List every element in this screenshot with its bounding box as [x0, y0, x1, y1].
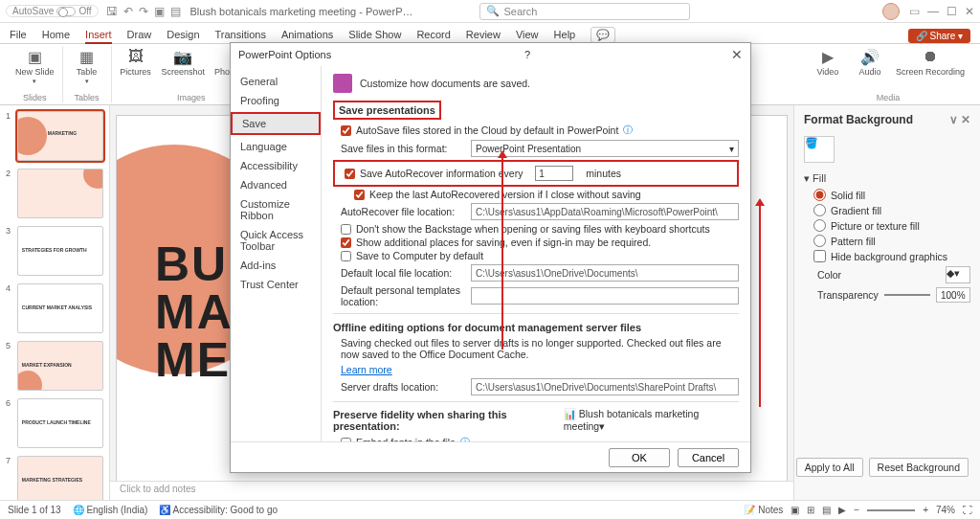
templates-location-input[interactable] — [471, 287, 739, 305]
view-normal-icon[interactable]: ▣ — [791, 505, 799, 515]
save-computer-checkbox[interactable]: Save to Computer by default — [341, 250, 739, 261]
zoom-in-icon[interactable]: + — [923, 505, 928, 515]
screen-recording-button[interactable]: ⏺Screen Recording — [896, 46, 965, 77]
cat-trust[interactable]: Trust Center — [231, 275, 321, 294]
thumbnail[interactable]: 6PRODUCT LAUNCH TIMELINE — [6, 398, 103, 448]
thumbnail[interactable]: 2 — [6, 169, 103, 218]
undo-icon[interactable]: ↶ — [123, 5, 133, 18]
cat-advanced[interactable]: Advanced — [231, 175, 321, 194]
thumbnail[interactable]: 4CURRENT MARKET ANALYSIS — [6, 283, 103, 333]
pattern-fill-radio[interactable]: Pattern fill — [813, 235, 970, 247]
title-bar: AutoSave Off 🖫 ↶ ↷ ▣ ▤ Blush botanicals … — [0, 0, 980, 23]
cat-save[interactable]: Save — [231, 112, 321, 135]
cat-accessibility[interactable]: Accessibility — [231, 156, 321, 175]
comments-button[interactable]: 💬 — [590, 27, 615, 43]
ribbon-mode-icon[interactable]: ▭ — [909, 5, 920, 18]
slideshow-icon[interactable]: ▣ — [154, 5, 165, 18]
ok-button[interactable]: OK — [609, 448, 670, 467]
section-offline: Offline editing options for document man… — [333, 322, 739, 333]
redo-icon[interactable]: ↷ — [139, 5, 148, 18]
cat-qat[interactable]: Quick Access Toolbar — [231, 225, 321, 256]
paint-bucket-icon[interactable]: 🪣 — [804, 136, 835, 163]
screenshot-button[interactable]: 📷Screenshot — [162, 46, 206, 77]
pictures-button[interactable]: 🖼Pictures — [120, 46, 152, 77]
share-button[interactable]: 🔗 Share ▾ — [908, 29, 970, 43]
accessibility-indicator[interactable]: ♿ Accessibility: Good to go — [159, 505, 278, 515]
user-avatar[interactable] — [882, 3, 900, 20]
notes-button[interactable]: 📝 Notes — [744, 505, 783, 515]
autosave-cloud-checkbox[interactable]: AutoSave files stored in the Cloud by de… — [341, 124, 739, 137]
video-button[interactable]: ▶Video — [812, 46, 844, 77]
hide-bg-checkbox[interactable]: Hide background graphics — [813, 250, 970, 262]
close-icon[interactable]: ✕ — [965, 5, 974, 18]
autosave-toggle[interactable]: AutoSave Off — [6, 5, 99, 17]
tab-review[interactable]: Review — [466, 29, 501, 43]
fit-icon[interactable]: ⛶ — [963, 505, 972, 515]
thumbnail[interactable]: 5MARKET EXPANSION — [6, 341, 103, 391]
tab-slideshow[interactable]: Slide Show — [348, 29, 401, 43]
audio-icon: 🔊 — [859, 46, 880, 67]
picture-fill-radio[interactable]: Picture or texture fill — [813, 219, 970, 232]
learn-more-link[interactable]: Learn more — [341, 364, 392, 375]
fill-section[interactable]: ▾ Fill — [804, 172, 970, 185]
tab-help[interactable]: Help — [554, 29, 576, 43]
present-icon[interactable]: ▤ — [170, 5, 181, 18]
minimize-icon[interactable]: — — [927, 5, 939, 18]
new-slide-button[interactable]: ▣New Slide▾ — [15, 46, 55, 85]
fidelity-select[interactable]: 📊 Blush botanicals marketing meeting▾ — [564, 408, 739, 432]
cat-language[interactable]: Language — [231, 137, 321, 156]
autosave-label: AutoSave — [12, 6, 54, 16]
thumbnail[interactable]: 3STRATEGIES FOR GROWTH — [6, 226, 103, 276]
drafts-location-input[interactable]: C:\Users\asus1\OneDrive\Documents\ShareP… — [471, 378, 739, 395]
cat-proofing[interactable]: Proofing — [231, 91, 321, 110]
language-indicator[interactable]: 🌐 English (India) — [73, 505, 148, 515]
tab-record[interactable]: Record — [416, 29, 450, 43]
cat-addins[interactable]: Add-ins — [231, 256, 321, 275]
gradient-fill-radio[interactable]: Gradient fill — [813, 204, 970, 216]
table-button[interactable]: ▦Table▾ — [71, 46, 103, 85]
solid-fill-radio[interactable]: Solid fill — [813, 189, 970, 201]
tab-file[interactable]: File — [10, 29, 27, 43]
keep-last-checkbox[interactable]: Keep the last AutoRecovered version if I… — [354, 189, 739, 200]
zoom-out-icon[interactable]: − — [854, 505, 859, 515]
tab-view[interactable]: View — [516, 29, 539, 43]
backstage-checkbox[interactable]: Don't show the Backstage when opening or… — [341, 223, 739, 235]
help-icon[interactable]: ? — [524, 49, 530, 60]
thumbnail[interactable]: 7MARKETING STRATEGIES — [6, 456, 103, 500]
apply-all-button[interactable]: Apply to All — [796, 458, 863, 477]
autorecover-checkbox[interactable]: Save AutoRecover information every 1 min… — [345, 166, 735, 181]
reset-background-button[interactable]: Reset Background — [869, 458, 969, 477]
tab-design[interactable]: Design — [167, 29, 199, 43]
save-format-select[interactable]: PowerPoint Presentation▾ — [471, 140, 739, 157]
info-icon[interactable]: ⓘ — [623, 124, 633, 137]
transparency-slider[interactable] — [884, 294, 930, 296]
notes-pane[interactable]: Click to add notes — [110, 481, 793, 500]
tab-animations[interactable]: Animations — [281, 29, 333, 43]
audio-button[interactable]: 🔊Audio — [854, 46, 886, 77]
tab-transitions[interactable]: Transitions — [215, 29, 266, 43]
additional-places-checkbox[interactable]: Show additional places for saving, even … — [341, 237, 739, 248]
quick-access-toolbar: 🖫 ↶ ↷ ▣ ▤ — [106, 5, 181, 18]
transparency-value[interactable]: 100% — [936, 287, 970, 303]
color-picker[interactable]: ◆▾ — [946, 266, 970, 283]
thumbnail[interactable]: 1BUSINESS MARKETING MEETING — [6, 111, 103, 161]
zoom-slider[interactable] — [867, 509, 915, 511]
default-location-input[interactable]: C:\Users\asus1\OneDrive\Documents\ — [471, 264, 739, 282]
cancel-button[interactable]: Cancel — [678, 448, 739, 467]
tab-home[interactable]: Home — [42, 29, 70, 43]
slide-text: MA — [155, 288, 234, 336]
autorecover-minutes-input[interactable]: 1 — [535, 166, 573, 181]
dialog-categories: General Proofing Save Language Accessibi… — [231, 66, 322, 441]
view-sorter-icon[interactable]: ⊞ — [807, 505, 814, 515]
search-input[interactable]: 🔍 Search — [479, 3, 690, 20]
view-slideshow-icon[interactable]: ▶ — [838, 505, 846, 515]
cat-general[interactable]: General — [231, 72, 321, 91]
autorecover-location-input[interactable]: C:\Users\asus1\AppData\Roaming\Microsoft… — [471, 203, 739, 220]
close-dialog-icon[interactable]: ✕ — [731, 47, 743, 62]
save-icon[interactable]: 🖫 — [106, 5, 118, 18]
cat-customize-ribbon[interactable]: Customize Ribbon — [231, 194, 321, 225]
tab-draw[interactable]: Draw — [127, 29, 152, 43]
tab-insert[interactable]: Insert — [85, 29, 112, 43]
view-reading-icon[interactable]: ▤ — [822, 505, 831, 515]
maximize-icon[interactable]: ☐ — [947, 5, 957, 18]
